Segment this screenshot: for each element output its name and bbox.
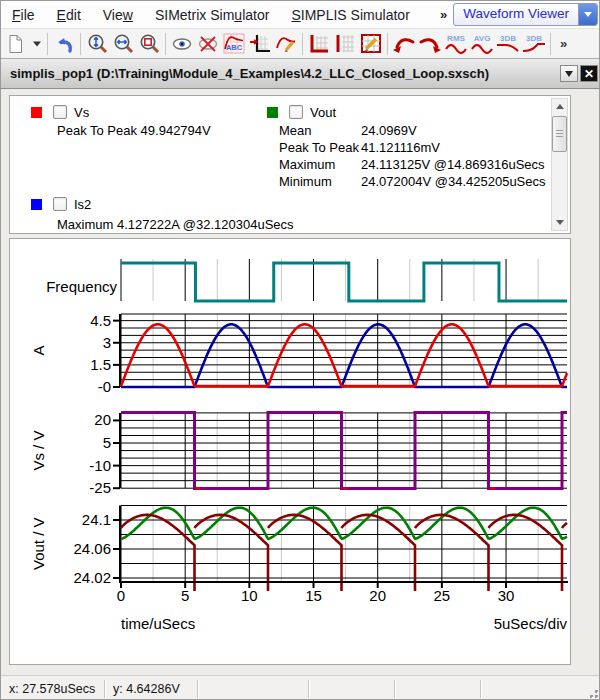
avg-icon: AVG — [469, 33, 495, 54]
waveform-viewer-window: FileEditViewSIMetrix SimulatorSIMPLIS Si… — [0, 0, 600, 700]
add-y-axis-button[interactable] — [332, 30, 358, 58]
zoom-x-button[interactable] — [110, 30, 136, 58]
rms-icon: RMS — [443, 33, 469, 54]
scroll-up-button[interactable] — [552, 99, 567, 114]
add-grid-button[interactable] — [306, 30, 332, 58]
move-curve-to-axis-icon — [249, 33, 271, 54]
menu-simplis-simulator[interactable]: SIMPLIS Simulator — [280, 3, 420, 27]
viewer-select[interactable]: Waveform Viewer — [453, 3, 598, 26]
edit-grid-button[interactable] — [358, 30, 384, 58]
ytick-vout: 24.1 — [82, 511, 111, 528]
svg-text:RMS: RMS — [447, 34, 465, 43]
is2-label[interactable]: Is2 — [74, 197, 91, 212]
status-bar: x: 27.578uSecs y: 4.64286V — [1, 675, 600, 700]
ytick-vs: -25 — [89, 479, 111, 496]
plot-vs — [113, 413, 567, 489]
svg-text:3DB: 3DB — [526, 34, 542, 43]
zoom-box-button[interactable] — [136, 30, 162, 58]
xtick-label: 20 — [369, 587, 386, 604]
vs-label[interactable]: Vs — [74, 105, 89, 120]
resize-grip[interactable] — [586, 686, 599, 699]
ytick-vs: 5 — [103, 434, 111, 451]
menu-file[interactable]: File — [1, 3, 46, 27]
vout-stat: Mean24.0969V — [279, 123, 417, 138]
ytick-vs: 20 — [94, 411, 111, 428]
legend-panel: Vs Peak To Peak 49.942794V Vout Mean24.0… — [9, 95, 571, 234]
vout-stat: Maximum24.113125V @14.869316uSecs — [279, 157, 545, 172]
window-menu-button[interactable] — [560, 65, 578, 82]
rms-button[interactable]: RMS — [443, 30, 469, 58]
hide-curve-button[interactable] — [195, 30, 221, 58]
ylabel-vs: Vs / V — [30, 431, 47, 471]
move-curve-to-axis-button[interactable] — [247, 30, 273, 58]
zoom-y-button[interactable] — [84, 30, 110, 58]
edit-curve-button[interactable] — [273, 30, 299, 58]
trace-blue-half-sine — [121, 324, 567, 387]
annotate-curve-icon: ABC — [223, 33, 245, 54]
document-title-bar[interactable]: simplis_pop1 (D:\Training\Module_4_Examp… — [1, 59, 600, 89]
cursor-x-readout: x: 27.578uSecs — [1, 682, 104, 696]
plot-vout — [113, 506, 568, 592]
waveform-chart[interactable]: Frequency4.531.5-0A205-10-25Vs / V24.124… — [10, 239, 570, 664]
zoom-box-icon — [139, 33, 160, 54]
show-curve-button[interactable] — [169, 30, 195, 58]
legend-scrollbar[interactable] — [551, 98, 568, 231]
previous-curve-icon — [392, 34, 416, 54]
xtick-label: 0 — [117, 587, 125, 604]
is2-checkbox[interactable] — [53, 197, 67, 211]
menu-edit[interactable]: Edit — [46, 3, 92, 27]
x-axis-label: time/uSecs — [121, 615, 195, 632]
per-div-label: 5uSecs/div — [494, 615, 568, 632]
is2-stat: Maximum 4.127222A @32.120304uSecs — [57, 217, 294, 232]
scrollbar-thumb[interactable] — [552, 116, 567, 152]
vout-stat: Minimum24.072004V @34.425205uSecs — [279, 174, 546, 189]
ytick-vout: 24.02 — [73, 569, 111, 586]
document-title: simplis_pop1 (D:\Training\Module_4_Examp… — [1, 66, 489, 81]
xtick-label: 15 — [305, 587, 322, 604]
previous-curve-button[interactable] — [391, 30, 417, 58]
menu-view[interactable]: View — [92, 3, 144, 27]
plot-a — [113, 314, 567, 387]
add-y-axis-icon — [334, 33, 356, 54]
vs-color-swatch — [31, 107, 42, 118]
svg-text:ABC: ABC — [226, 43, 243, 52]
3db-highpass-button[interactable]: 3DB — [521, 30, 547, 58]
viewer-select-value: Waveform Viewer — [454, 4, 578, 25]
xtick-label: 25 — [434, 587, 451, 604]
ytick-a: 4.5 — [90, 312, 111, 329]
chevron-down-icon[interactable] — [578, 4, 597, 25]
next-curve-button[interactable] — [417, 30, 443, 58]
toolbar-overflow-chevron[interactable]: » — [560, 36, 567, 51]
3db-lowpass-icon: 3DB — [495, 33, 521, 54]
new-document-dropdown[interactable] — [29, 30, 44, 58]
vs-stat: Peak To Peak 49.942794V — [57, 123, 211, 138]
vout-color-swatch — [267, 107, 278, 118]
trace-frequency — [121, 263, 567, 301]
3db-lowpass-button[interactable]: 3DB — [495, 30, 521, 58]
next-curve-icon — [418, 34, 442, 54]
vout-checkbox[interactable] — [289, 105, 303, 119]
vout-label[interactable]: Vout — [310, 105, 336, 120]
triangle-down-icon — [556, 220, 564, 225]
menu-simetrix-simulator[interactable]: SIMetrix Simulator — [144, 3, 281, 27]
undo-icon — [53, 34, 75, 54]
menu-overflow-chevron[interactable]: » — [434, 7, 453, 22]
new-document-button[interactable] — [3, 30, 29, 58]
chart-panel[interactable]: Frequency4.531.5-0A205-10-25Vs / V24.124… — [9, 238, 571, 665]
vs-checkbox[interactable] — [53, 105, 67, 119]
ylabel-a: A — [30, 345, 47, 355]
eye-crossed-icon — [197, 34, 219, 54]
curve-pencil-icon — [275, 33, 297, 54]
xtick-label: 10 — [241, 587, 258, 604]
avg-button[interactable]: AVG — [469, 30, 495, 58]
annotate-curve-button[interactable]: ABC — [221, 30, 247, 58]
ytick-a: -0 — [98, 378, 111, 395]
undo-button[interactable] — [51, 30, 77, 58]
scroll-down-button[interactable] — [552, 215, 567, 230]
menu-items: FileEditViewSIMetrix SimulatorSIMPLIS Si… — [1, 3, 421, 27]
close-button[interactable]: ✕ — [580, 65, 598, 82]
add-grid-icon — [308, 33, 330, 54]
cursor-y-readout: y: 4.64286V — [105, 682, 197, 696]
chevron-down-icon — [32, 40, 42, 48]
close-icon: ✕ — [584, 68, 594, 80]
